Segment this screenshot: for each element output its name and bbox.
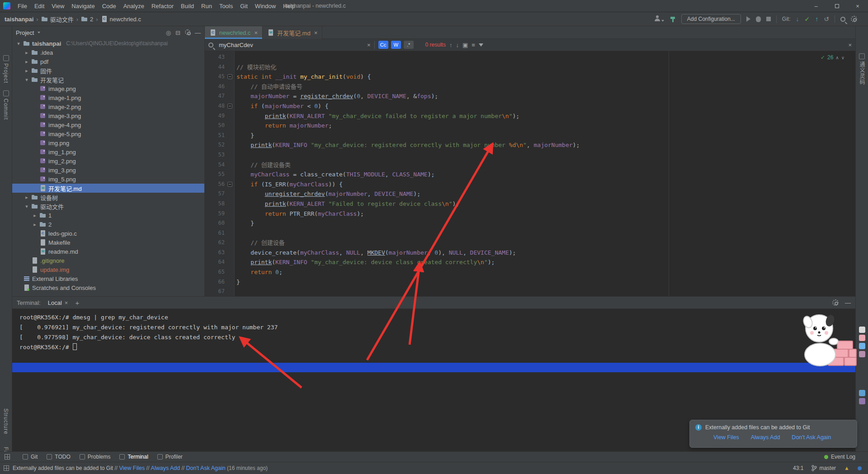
- code-line-63[interactable]: 63 device_create(myCharClass, NULL, MKDE…: [205, 248, 855, 258]
- tree-item-2[interactable]: ▸2: [12, 220, 204, 229]
- tree-item-image-1.png[interactable]: image-1.png: [12, 93, 204, 102]
- tree-expand-arrow[interactable]: ▸: [24, 68, 29, 74]
- code-line-49[interactable]: 49 printk(KERN_ALERT "my_char_device fai…: [205, 111, 855, 121]
- code-line-65[interactable]: 65 return 0;: [205, 267, 855, 277]
- breadcrumb-item[interactable]: taishanpai: [5, 16, 33, 23]
- menu-edit[interactable]: Edit: [31, 0, 48, 12]
- code-line-56[interactable]: 56− if (IS_ERR(myCharClass)) {: [205, 180, 855, 190]
- tree-collapse-arrow[interactable]: ▾: [16, 41, 21, 47]
- toolwindow-button-git[interactable]: Git: [23, 454, 38, 460]
- indicator-dot-icon[interactable]: [858, 466, 862, 470]
- plugin-icon[interactable]: [859, 398, 865, 404]
- stop-button[interactable]: [766, 17, 771, 21]
- code-line-59[interactable]: 59 return PTR_ERR(myCharClass);: [205, 209, 855, 219]
- code-line-61[interactable]: 61: [205, 228, 855, 238]
- next-problem-icon[interactable]: ∨: [841, 55, 844, 60]
- search-toggle-.*[interactable]: .*: [404, 41, 414, 49]
- tree-expand-arrow[interactable]: ▸: [32, 222, 38, 228]
- code-line-60[interactable]: 60 }: [205, 218, 855, 228]
- tree-collapse-arrow[interactable]: ▾: [24, 77, 29, 83]
- debug-button[interactable]: [756, 16, 761, 22]
- notification-link-don-t-ask-again[interactable]: Don't Ask Again: [792, 434, 831, 441]
- status-link-view-files[interactable]: View Files: [119, 465, 145, 471]
- tree-item-开发笔记.md[interactable]: 开发笔记.md: [12, 184, 204, 193]
- status-link-always-add[interactable]: Always Add: [151, 465, 180, 471]
- git-push-icon[interactable]: ↑: [815, 15, 818, 23]
- notification-link-always-add[interactable]: Always Add: [751, 434, 780, 441]
- tree-item-image-5.png[interactable]: image-5.png: [12, 129, 204, 138]
- add-configuration-button[interactable]: Add Configuration...: [681, 14, 741, 24]
- fold-marker-icon[interactable]: −: [227, 104, 232, 109]
- tree-item-image-2.png[interactable]: image-2.png: [12, 102, 204, 111]
- run-button[interactable]: [746, 16, 750, 22]
- code-line-48[interactable]: 48− if (majorNumber < 0) {: [205, 101, 855, 111]
- hide-panel-icon[interactable]: —: [195, 29, 201, 36]
- code-line-54[interactable]: 54 // 创建设备类: [205, 160, 855, 170]
- tree-item-leds-gpio.c[interactable]: leds-gpio.c: [12, 229, 204, 238]
- settings-gear-icon[interactable]: [851, 16, 857, 22]
- tree-item-设备树[interactable]: ▸设备树: [12, 193, 204, 202]
- toolwindow-button-profiler[interactable]: Profiler: [157, 454, 183, 460]
- notification-link-view-files[interactable]: View Files: [713, 434, 739, 441]
- previous-problem-icon[interactable]: ∧: [835, 55, 839, 60]
- tree-item-External Libraries[interactable]: External Libraries: [12, 274, 204, 283]
- tree-item-img_3.png[interactable]: img_3.png: [12, 166, 204, 175]
- tree-item-taishanpai[interactable]: ▾taishanpaiC:\Users\QINGJUE\Desktop\git\…: [12, 39, 204, 48]
- plugin-icon[interactable]: [859, 390, 865, 396]
- search-input[interactable]: myCharCdev: [219, 42, 363, 48]
- tree-item-update.img[interactable]: update.img: [12, 265, 204, 274]
- tree-item-img.png[interactable]: img.png: [12, 138, 204, 147]
- close-find-bar-icon[interactable]: ×: [848, 42, 852, 48]
- code-line-51[interactable]: 51 }: [205, 131, 855, 141]
- tree-expand-arrow[interactable]: ▸: [32, 213, 38, 218]
- code-line-43[interactable]: 43: [205, 52, 855, 62]
- stripe-tab-structure[interactable]: Structure: [0, 408, 12, 435]
- code-line-67[interactable]: 67: [205, 287, 855, 296]
- menu-tools[interactable]: Tools: [216, 0, 236, 12]
- breadcrumb-item[interactable]: 驱动文件: [41, 15, 74, 24]
- editor-tab-newchrled.c[interactable]: newchrled.c×: [205, 26, 263, 39]
- tree-item-.gitignore[interactable]: .gitignore: [12, 256, 204, 265]
- toolwindow-button-todo[interactable]: TODO: [47, 454, 70, 460]
- code-line-52[interactable]: 52 printk(KERN_INFO "my_char_device: reg…: [205, 140, 855, 150]
- close-tab-icon[interactable]: ×: [314, 29, 318, 36]
- menu-build[interactable]: Build: [177, 0, 198, 12]
- inspections-widget[interactable]: ✓ 26 ∧ ∨: [821, 54, 844, 61]
- search-toggle-W[interactable]: W: [391, 41, 401, 49]
- plugin-icon[interactable]: [859, 351, 865, 357]
- tree-item-image-3.png[interactable]: image-3.png: [12, 111, 204, 120]
- tree-item-开发笔记[interactable]: ▾开发笔记: [12, 75, 204, 84]
- close-button[interactable]: ×: [847, 0, 868, 12]
- code-line-44[interactable]: 44// 模块初始化: [205, 62, 855, 72]
- stripe-tab-project[interactable]: Project: [0, 55, 12, 83]
- plugin-icon[interactable]: [859, 335, 865, 341]
- tree-item-pdf[interactable]: ▸pdf: [12, 57, 204, 66]
- previous-occurrence-icon[interactable]: ↑: [449, 42, 453, 48]
- collapse-all-icon[interactable]: ⊟: [175, 29, 180, 36]
- git-rollback-icon[interactable]: ↺: [824, 15, 829, 23]
- tree-item-img_5.png[interactable]: img_5.png: [12, 175, 204, 184]
- stripe-tab-database[interactable]: 通义灵码: [856, 53, 868, 85]
- tree-item-image.png[interactable]: image.png: [12, 84, 204, 93]
- chevron-down-icon[interactable]: [38, 32, 40, 33]
- code-line-45[interactable]: 45−static int __init my_char_init(void) …: [205, 72, 855, 82]
- breadcrumb-item[interactable]: 2: [81, 15, 93, 23]
- toolwindow-switcher-icon[interactable]: [5, 454, 10, 460]
- code-line-66[interactable]: 66}: [205, 277, 855, 287]
- code-line-57[interactable]: 57 unregister_chrdev(majorNumber, DEVICE…: [205, 189, 855, 199]
- tree-expand-arrow[interactable]: ▸: [24, 50, 29, 56]
- tree-item-img_2.png[interactable]: img_2.png: [12, 156, 204, 166]
- menu-analyze[interactable]: Analyze: [120, 0, 148, 12]
- tree-collapse-arrow[interactable]: ▾: [24, 204, 29, 209]
- editor-area[interactable]: newchrled.c×开发笔记.md× myCharCdev × CcW.* …: [205, 26, 855, 296]
- project-header-label[interactable]: Project: [16, 29, 34, 36]
- menu-git[interactable]: Git: [236, 0, 251, 12]
- code-line-47[interactable]: 47 majorNumber = register_chrdev(0, DEVI…: [205, 91, 855, 101]
- tree-item-img_1.png[interactable]: img_1.png: [12, 147, 204, 156]
- status-link-don-t-ask-again[interactable]: Don't Ask Again: [186, 465, 226, 471]
- toolwindow-button-terminal[interactable]: Terminal: [119, 454, 148, 460]
- git-update-icon[interactable]: ↓: [796, 15, 799, 23]
- terminal-settings-gear-icon[interactable]: [832, 299, 839, 306]
- plugin-icon[interactable]: [859, 327, 865, 333]
- code-line-46[interactable]: 46 // 自动申请设备号: [205, 82, 855, 92]
